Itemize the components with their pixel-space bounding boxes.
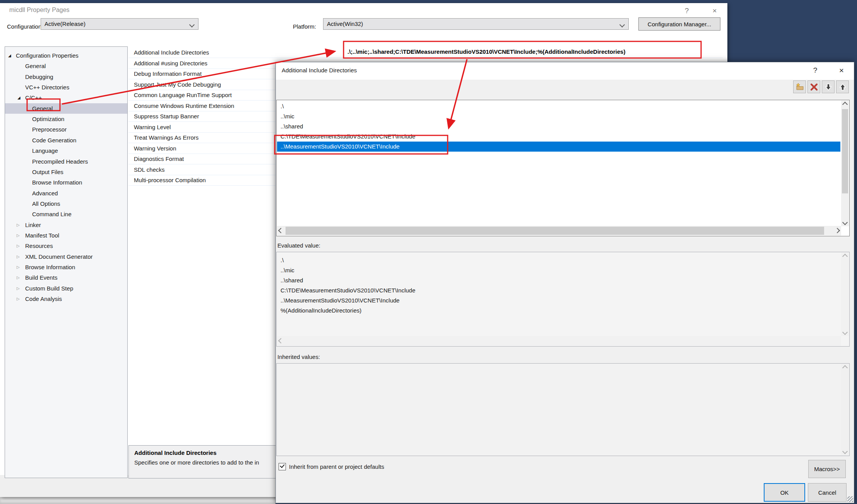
scroll-up-button[interactable] bbox=[841, 253, 849, 260]
tree-item-debugging[interactable]: Debugging bbox=[5, 72, 127, 82]
cancel-button[interactable]: Cancel bbox=[808, 483, 847, 502]
help-icon: ? bbox=[813, 66, 818, 74]
tree-item-cpp-general[interactable]: General bbox=[5, 103, 127, 114]
tree-item-manifest-tool[interactable]: Manifest Tool bbox=[5, 230, 127, 241]
close-button[interactable]: × bbox=[708, 6, 721, 16]
scrollbar-thumb[interactable] bbox=[842, 109, 848, 193]
configuration-value: Active(Release) bbox=[44, 21, 86, 27]
tree-item-c-cpp[interactable]: C/C++ bbox=[5, 92, 127, 103]
delete-line-button[interactable] bbox=[807, 80, 820, 93]
close-icon: × bbox=[712, 7, 717, 15]
evaluated-line: ..\mic bbox=[281, 265, 294, 275]
tree-item-command-line[interactable]: Command Line bbox=[5, 209, 127, 219]
platform-value: Active(Win32) bbox=[327, 21, 363, 27]
resize-grip[interactable] bbox=[847, 496, 853, 502]
tree-collapsed-icon[interactable] bbox=[17, 220, 20, 230]
scroll-right-button[interactable] bbox=[833, 227, 841, 234]
tree-collapsed-icon[interactable] bbox=[17, 251, 20, 262]
arrow-up-icon bbox=[838, 83, 847, 91]
directories-listbox[interactable]: .\ ..\mic ..\shared C:\TDE\MeasurementSt… bbox=[276, 100, 850, 236]
evaluated-vertical-scrollbar[interactable] bbox=[841, 253, 849, 336]
tree-item-all-options[interactable]: All Options bbox=[5, 198, 127, 209]
macros-button[interactable]: Macros>> bbox=[808, 460, 846, 478]
tree-collapsed-icon[interactable] bbox=[17, 241, 20, 251]
tree-collapsed-icon[interactable] bbox=[17, 294, 20, 304]
list-item[interactable]: ..\shared bbox=[277, 121, 840, 132]
evaluated-value-box[interactable]: .\ ..\mic ..\shared C:\TDE\MeasurementSt… bbox=[276, 252, 850, 347]
chevron-left-icon bbox=[278, 338, 284, 343]
platform-select[interactable]: Active(Win32) bbox=[323, 18, 629, 30]
tree-item-custom-build-step[interactable]: Custom Build Step bbox=[5, 283, 127, 294]
tree-collapsed-icon[interactable] bbox=[17, 272, 20, 283]
scroll-down-button[interactable] bbox=[841, 328, 849, 336]
list-item[interactable]: ..\mic bbox=[277, 111, 840, 121]
tree-collapsed-icon[interactable] bbox=[17, 283, 20, 294]
checkmark-icon bbox=[280, 463, 285, 468]
move-up-button[interactable] bbox=[836, 80, 849, 93]
tree-expanded-icon[interactable] bbox=[17, 92, 21, 103]
inherit-defaults-checkbox[interactable] bbox=[279, 463, 286, 470]
list-horizontal-scrollbar[interactable] bbox=[277, 226, 841, 236]
window-title: micdll Property Pages bbox=[9, 7, 70, 14]
list-item[interactable]: C:\TDE\MeasurementStudioVS2010\VCNET\Inc… bbox=[277, 132, 840, 142]
chevron-down-icon bbox=[842, 449, 848, 454]
tree-item-xml-document-generator[interactable]: XML Document Generator bbox=[5, 251, 127, 262]
new-line-button[interactable] bbox=[793, 80, 806, 93]
tree-item-general[interactable]: General bbox=[5, 61, 127, 71]
delete-x-icon bbox=[810, 83, 818, 91]
tree-item-preprocessor[interactable]: Preprocessor bbox=[5, 124, 127, 135]
tree-collapsed-icon[interactable] bbox=[17, 262, 20, 272]
tree-item-advanced[interactable]: Advanced bbox=[5, 188, 127, 198]
move-down-button[interactable] bbox=[822, 80, 835, 93]
tree-item-vc-directories[interactable]: VC++ Directories bbox=[5, 82, 127, 92]
tree-item-configuration-properties[interactable]: Configuration Properties bbox=[5, 50, 127, 61]
chevron-up-icon bbox=[842, 365, 848, 371]
evaluated-line: ..\shared bbox=[281, 275, 303, 285]
scroll-left-button[interactable] bbox=[277, 227, 285, 234]
dialog-close-button[interactable]: × bbox=[835, 65, 848, 76]
tree-item-code-analysis[interactable]: Code Analysis bbox=[5, 294, 127, 304]
list-item[interactable]: .\ bbox=[277, 101, 840, 111]
ok-button[interactable]: OK bbox=[764, 483, 805, 502]
configuration-select[interactable]: Active(Release) bbox=[41, 18, 198, 30]
list-vertical-scrollbar[interactable] bbox=[841, 101, 849, 226]
tree-item-language[interactable]: Language bbox=[5, 145, 127, 156]
tree-item-linker[interactable]: Linker bbox=[5, 220, 127, 230]
tree-item-output-files[interactable]: Output Files bbox=[5, 167, 127, 177]
chevron-right-icon bbox=[835, 228, 840, 233]
scroll-down-button[interactable] bbox=[841, 219, 849, 226]
tree-item-build-events[interactable]: Build Events bbox=[5, 272, 127, 283]
tree-expanded-icon[interactable] bbox=[8, 50, 11, 61]
scrollbar-thumb[interactable] bbox=[286, 227, 824, 235]
tree-item-resources[interactable]: Resources bbox=[5, 241, 127, 251]
configuration-manager-button[interactable]: Configuration Manager... bbox=[638, 17, 720, 31]
dialog-help-button[interactable]: ? bbox=[808, 65, 822, 76]
inherit-defaults-label: Inherit from parent or project defaults bbox=[289, 463, 384, 470]
evaluated-line: C:\TDE\MeasurementStudioVS2010\VCNET\Inc… bbox=[281, 285, 416, 296]
inherited-values-box[interactable] bbox=[276, 363, 850, 456]
list-item-selected[interactable]: ..\MeasurementStudioVS2010\VCNET\Include bbox=[277, 142, 840, 152]
new-folder-icon bbox=[795, 83, 804, 91]
inherited-values-label: Inherited values: bbox=[277, 354, 320, 360]
tree-item-code-generation[interactable]: Code Generation bbox=[5, 135, 127, 145]
chevron-left-icon bbox=[278, 228, 284, 233]
evaluated-horizontal-scrollbar[interactable] bbox=[277, 336, 841, 346]
scroll-left-button[interactable] bbox=[277, 337, 285, 345]
tree-item-browse-information-2[interactable]: Browse Information bbox=[5, 262, 127, 272]
help-button[interactable]: ? bbox=[680, 6, 693, 16]
chevron-down-icon bbox=[189, 22, 195, 27]
additional-include-directories-value[interactable]: .\;..\mic;..\shared;C:\TDE\MeasurementSt… bbox=[347, 46, 625, 57]
tree-collapsed-icon[interactable] bbox=[17, 230, 20, 241]
chevron-down-icon bbox=[619, 22, 625, 27]
arrow-down-icon bbox=[824, 83, 833, 91]
chevron-down-icon bbox=[842, 330, 848, 335]
tree-item-browse-information[interactable]: Browse Information bbox=[5, 177, 127, 188]
scroll-down-button[interactable] bbox=[841, 448, 849, 455]
tree-item-precompiled-headers[interactable]: Precompiled Headers bbox=[5, 156, 127, 167]
tree-item-optimization[interactable]: Optimization bbox=[5, 114, 127, 124]
inherited-vertical-scrollbar[interactable] bbox=[841, 364, 849, 455]
scroll-up-button[interactable] bbox=[841, 101, 849, 108]
configuration-label: Configuration: bbox=[7, 23, 43, 30]
scroll-up-button[interactable] bbox=[841, 364, 849, 372]
platform-label: Platform: bbox=[293, 23, 316, 30]
